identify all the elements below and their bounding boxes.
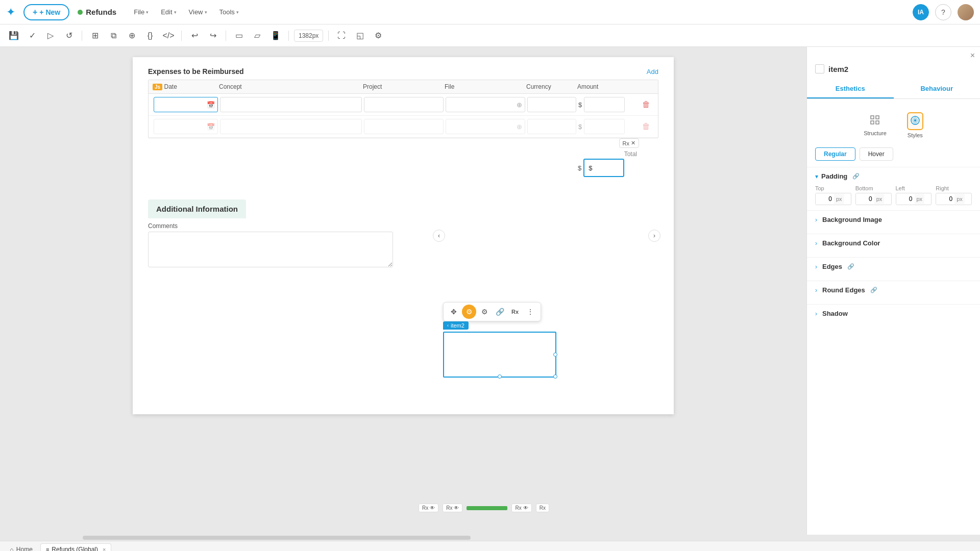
concept-input-2[interactable]	[220, 119, 362, 134]
cell-currency-1	[526, 96, 577, 113]
currency-input-2[interactable]	[527, 119, 576, 134]
table-row: 📅 ⊕	[149, 94, 658, 116]
round-edges-header[interactable]: › Round Edges 🔗	[815, 286, 972, 294]
status-dot	[78, 10, 83, 15]
cell-project-1	[363, 96, 445, 113]
logo-icon[interactable]: ✦	[6, 6, 15, 19]
edit-menu[interactable]: Edit ▾	[156, 6, 181, 18]
canvas-area[interactable]: Expenses to be Reimbursed Add Js Date Co…	[0, 47, 806, 535]
canvas-arrow-left[interactable]: ‹	[433, 230, 445, 242]
rx-tool-btn[interactable]: Rx	[508, 305, 522, 319]
edges-section[interactable]: › Edges 🔗	[807, 257, 980, 281]
item2-label-text: item2	[451, 322, 464, 329]
currency-input-1[interactable]	[527, 97, 576, 112]
total-amount-input[interactable]	[583, 159, 624, 177]
undo-button[interactable]: ↩	[187, 28, 202, 43]
ia-button[interactable]: IA	[913, 4, 929, 20]
user-avatar[interactable]	[958, 4, 974, 20]
shadow-section[interactable]: › Shadow	[807, 304, 980, 328]
padding-top-label: Top	[815, 185, 851, 191]
settings-toolbar-button[interactable]: ⚙	[371, 28, 386, 43]
cell-concept-1	[219, 96, 363, 113]
layers-button[interactable]: ⧉	[106, 28, 121, 43]
concept-input-1[interactable]	[220, 97, 362, 112]
project-input-1[interactable]	[364, 97, 444, 112]
col-actions	[639, 83, 654, 90]
more-tool-btn[interactable]: ⋮	[523, 305, 537, 319]
edges-header[interactable]: › Edges 🔗	[815, 263, 972, 270]
upload-icon: ⊕	[517, 101, 522, 109]
hover-state-btn[interactable]: Hover	[860, 147, 893, 161]
preview-button[interactable]: ◱	[352, 28, 368, 43]
save-button[interactable]: 💾	[6, 28, 21, 43]
redo-button[interactable]: ↪	[205, 28, 220, 43]
eye-icon: 👁	[430, 505, 435, 511]
chevron-icon: ‹	[447, 323, 449, 328]
tab-refunds[interactable]: ≡ Refunds (Global) ×	[40, 543, 112, 551]
subtab-structure[interactable]: Structure	[857, 111, 893, 139]
bg-image-header[interactable]: › Background Image	[815, 216, 972, 223]
tab-home[interactable]: ⌂ Home	[4, 543, 38, 552]
horizontal-scrollbar[interactable]	[0, 535, 980, 541]
rx-badge-4: Rx	[536, 504, 549, 512]
nav-right: IA ?	[913, 4, 974, 20]
mobile-view[interactable]: 📱	[268, 28, 283, 43]
selected-item-box[interactable]	[443, 332, 556, 378]
canvas-arrow-right[interactable]: ›	[648, 230, 660, 242]
check-button[interactable]: ✓	[24, 28, 40, 43]
padding-section-header[interactable]: ▾ Padding 🔗	[815, 172, 972, 180]
scrollbar-thumb[interactable]	[83, 536, 471, 540]
tools-menu[interactable]: Tools ▾	[214, 6, 244, 18]
round-edges-section[interactable]: › Round Edges 🔗	[807, 281, 980, 304]
background-image-section[interactable]: › Background Image	[807, 210, 980, 234]
tablet-view[interactable]: ▱	[250, 28, 265, 43]
file-menu[interactable]: File ▾	[129, 6, 154, 18]
resize-handle-right[interactable]	[553, 353, 557, 357]
close-panel-button[interactable]: ×	[970, 51, 975, 60]
comments-textarea[interactable]	[148, 232, 393, 267]
amount-input-1[interactable]	[584, 97, 625, 112]
subtab-styles[interactable]: Styles	[901, 109, 929, 141]
rx-icon: ✕	[631, 140, 635, 146]
code-button[interactable]: </>	[161, 28, 176, 43]
project-input-2[interactable]	[364, 119, 444, 134]
delete-row-1[interactable]: 🗑	[639, 99, 654, 110]
shadow-header[interactable]: › Shadow	[815, 310, 972, 317]
file-input-2[interactable]	[446, 119, 525, 134]
help-button[interactable]: ?	[935, 4, 951, 20]
add-link[interactable]: Add	[647, 68, 658, 76]
bg-color-header[interactable]: › Background Color	[815, 239, 972, 247]
export-button[interactable]: ↺	[61, 28, 77, 43]
resize-handle-bottom-right[interactable]	[553, 374, 557, 379]
padding-top-input[interactable]	[816, 193, 834, 205]
view-menu[interactable]: View ▾	[184, 6, 212, 18]
styles-tool-btn[interactable]: ⚙	[462, 305, 476, 319]
data-button[interactable]: ⊕	[124, 28, 139, 43]
background-color-section[interactable]: › Background Color	[807, 234, 980, 257]
toolbar-divider2	[181, 31, 182, 41]
structure-icon	[869, 114, 880, 128]
padding-left-input[interactable]	[896, 193, 915, 205]
tab-esthetics[interactable]: Esthetics	[807, 80, 894, 98]
delete-row-2[interactable]: 🗑	[639, 121, 654, 132]
logic-button[interactable]: {}	[142, 28, 158, 43]
padding-right-input[interactable]	[936, 193, 954, 205]
components-button[interactable]: ⊞	[87, 28, 103, 43]
link-tool-btn[interactable]: 🔗	[493, 305, 507, 319]
new-button[interactable]: + + New	[23, 4, 69, 20]
play-button[interactable]: ▷	[43, 28, 58, 43]
fullscreen-button[interactable]: ⛶	[334, 28, 349, 43]
padding-bottom-input[interactable]	[856, 193, 874, 205]
padding-right-label: Right	[936, 185, 972, 191]
amount-input-2[interactable]	[584, 119, 625, 134]
expenses-table: Js Date Concept Project File Currency Am…	[148, 80, 658, 138]
regular-state-btn[interactable]: Regular	[815, 147, 855, 161]
expand-icon: ›	[815, 287, 817, 294]
resize-handle-bottom[interactable]	[498, 374, 502, 379]
settings-tool-btn[interactable]: ⚙	[477, 305, 492, 319]
file-input-1[interactable]	[446, 97, 525, 112]
move-tool-btn[interactable]: ✥	[447, 305, 461, 319]
tab-behaviour[interactable]: Behaviour	[894, 80, 981, 98]
desktop-view[interactable]: ▭	[231, 28, 247, 43]
tab-close-button[interactable]: ×	[103, 546, 106, 551]
